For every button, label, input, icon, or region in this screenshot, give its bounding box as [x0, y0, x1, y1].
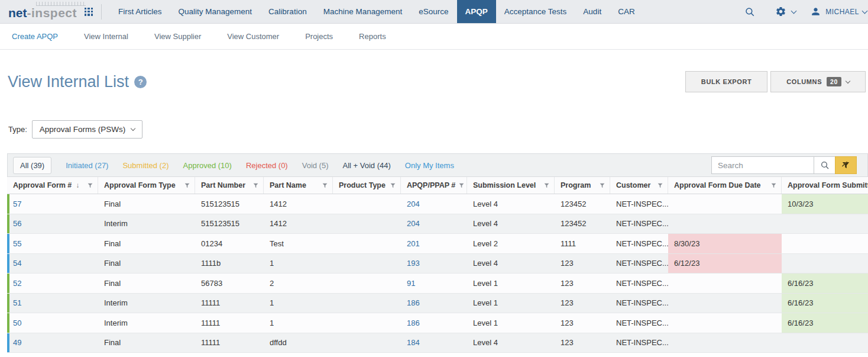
- subnav-item-reports[interactable]: Reports: [359, 32, 386, 41]
- nav-item-first-articles[interactable]: First Articles: [110, 0, 170, 23]
- sort-descending-icon: ↓: [76, 181, 79, 189]
- status-tabs: All (39)Initiated (27)Submitted (2)Appro…: [8, 157, 454, 174]
- column-filter-icon: [459, 183, 464, 188]
- subnav-item-view-customer[interactable]: View Customer: [227, 32, 279, 41]
- status-tab-submitted-2[interactable]: Submitted (2): [122, 161, 169, 170]
- table-row[interactable]: 51Interim111111186Level 1123NET-INSPEC..…: [7, 294, 868, 314]
- column-header-approval-form-due-date[interactable]: Approval Form Due Date: [668, 177, 782, 194]
- column-filter-icon[interactable]: [596, 183, 605, 188]
- status-tab-void-5[interactable]: Void (5): [302, 161, 329, 170]
- column-header-approval-form-type[interactable]: Approval Form Type: [98, 177, 195, 194]
- subnav-item-view-internal[interactable]: View Internal: [84, 32, 128, 41]
- cell-approval-form[interactable]: 49: [7, 333, 98, 353]
- column-header-customer[interactable]: Customer: [610, 177, 668, 194]
- cell-apqp-ppap[interactable]: 184: [401, 333, 467, 353]
- bulk-export-button[interactable]: BULK EXPORT: [685, 71, 767, 92]
- column-filter-icon[interactable]: [84, 183, 93, 188]
- subnav-item-view-supplier[interactable]: View Supplier: [154, 32, 201, 41]
- subnav-item-create-apqp[interactable]: Create APQP: [12, 32, 58, 41]
- nav-item-esource[interactable]: eSource: [410, 0, 456, 23]
- table-row[interactable]: 50Interim111111186Level 1123NET-INSPEC..…: [7, 313, 868, 333]
- column-filter-icon[interactable]: [181, 183, 190, 188]
- table-row[interactable]: 56Interim5151235151412204Level 4123452NE…: [7, 214, 868, 234]
- column-filter-icon[interactable]: [387, 183, 396, 188]
- subnav-item-projects[interactable]: Projects: [305, 32, 333, 41]
- column-header-part-number[interactable]: Part Number: [195, 177, 264, 194]
- column-filter-icon[interactable]: [319, 183, 328, 188]
- cell-approval-form-type: Interim: [98, 294, 195, 313]
- gear-icon[interactable]: [775, 6, 786, 17]
- approval-forms-table: All (39)Initiated (27)Submitted (2)Appro…: [7, 153, 868, 353]
- nav-item-quality-management[interactable]: Quality Management: [170, 0, 261, 23]
- cell-submission-level: Level 2: [467, 234, 555, 253]
- cell-apqp-ppap[interactable]: 186: [401, 313, 467, 333]
- cell-part-number: 515123515: [195, 194, 264, 214]
- columns-button[interactable]: COLUMNS 20: [770, 71, 866, 92]
- cell-approval-form-due-date: [668, 194, 782, 214]
- column-header-product-type[interactable]: Product Type: [333, 177, 401, 194]
- search-input[interactable]: [711, 156, 814, 174]
- table-row[interactable]: 54Final1111b1193Level 4123NET-INSPEC...6…: [7, 254, 868, 274]
- nav-item-audit[interactable]: Audit: [575, 0, 610, 23]
- user-chevron-down-icon[interactable]: [862, 8, 868, 14]
- column-filter-icon: [184, 183, 190, 188]
- table-row[interactable]: 49Final11111dffdd184Level 4123NET-INSPEC…: [7, 333, 868, 353]
- column-header-part-name[interactable]: Part Name: [264, 177, 333, 194]
- status-tab-approved-10[interactable]: Approved (10): [183, 161, 232, 170]
- status-tab-all-39[interactable]: All (39): [13, 157, 51, 174]
- cell-apqp-ppap[interactable]: 204: [401, 214, 467, 234]
- type-select[interactable]: Approval Forms (PSWs): [32, 120, 142, 139]
- status-tab-initiated-27[interactable]: Initiated (27): [66, 161, 108, 170]
- cell-apqp-ppap[interactable]: 193: [401, 254, 467, 274]
- cell-part-name: 1: [264, 294, 333, 313]
- column-filter-icon[interactable]: [250, 183, 258, 188]
- user-name[interactable]: MICHAEL: [825, 8, 859, 16]
- search-icon[interactable]: [744, 7, 755, 17]
- nav-item-calibration[interactable]: Calibration: [260, 0, 315, 23]
- cell-approval-form[interactable]: 57: [7, 194, 98, 214]
- search-button[interactable]: [814, 156, 835, 174]
- nav-item-acceptance-tests[interactable]: Acceptance Tests: [496, 0, 575, 23]
- cell-approval-form[interactable]: 52: [7, 274, 98, 293]
- column-filter-icon[interactable]: [455, 183, 464, 188]
- help-icon[interactable]: ?: [134, 76, 147, 88]
- cell-apqp-ppap[interactable]: 186: [401, 294, 467, 313]
- apps-grid-icon[interactable]: [85, 8, 93, 16]
- settings-chevron-down-icon[interactable]: [791, 8, 797, 14]
- clear-filter-button[interactable]: [835, 156, 857, 174]
- nav-item-machine-management[interactable]: Machine Management: [315, 0, 411, 23]
- status-tab-rejected-0[interactable]: Rejected (0): [246, 161, 288, 170]
- status-tab-all-void-44[interactable]: All + Void (44): [343, 161, 391, 170]
- column-filter-icon[interactable]: [767, 183, 776, 188]
- cell-apqp-ppap[interactable]: 91: [401, 274, 467, 293]
- column-header-approval-form-submitted[interactable]: Approval Form Submitted: [782, 177, 868, 194]
- nav-item-car[interactable]: CAR: [610, 0, 643, 23]
- cell-approval-form[interactable]: 54: [7, 254, 98, 274]
- column-header-approval-form[interactable]: Approval Form #↓: [7, 177, 98, 194]
- user-avatar-icon[interactable]: [810, 6, 821, 17]
- cell-customer: NET-INSPEC...: [610, 194, 668, 214]
- table-row[interactable]: 57Final5151235151412204Level 4123452NET-…: [7, 194, 868, 214]
- column-header-apqp-ppap[interactable]: APQP/PPAP #: [401, 177, 467, 194]
- cell-approval-form[interactable]: 55: [7, 234, 98, 253]
- column-header-submission-level[interactable]: Submission Level: [467, 177, 555, 194]
- table-row[interactable]: 52Final56783291Level 1123NET-INSPEC...6/…: [7, 274, 868, 294]
- cell-apqp-ppap[interactable]: 201: [401, 234, 467, 253]
- app-logo[interactable]: net -inspect: [8, 0, 77, 23]
- type-label: Type:: [8, 125, 27, 134]
- cell-approval-form-due-date: [668, 274, 782, 293]
- table-row[interactable]: 55Final01234Test201Level 21111NET-INSPEC…: [7, 234, 868, 254]
- cell-apqp-ppap[interactable]: 204: [401, 194, 467, 214]
- cell-approval-form[interactable]: 50: [7, 313, 98, 333]
- column-filter-icon[interactable]: [654, 183, 663, 188]
- status-tab-only-my-items[interactable]: Only My Items: [405, 161, 454, 170]
- row-status-strip: [7, 234, 9, 253]
- cell-product-type: [333, 194, 401, 214]
- cell-approval-form-submitted: [782, 254, 868, 274]
- column-header-program[interactable]: Program: [555, 177, 610, 194]
- nav-item-apqp[interactable]: APQP: [457, 0, 496, 23]
- cell-approval-form[interactable]: 56: [7, 214, 98, 234]
- column-filter-icon: [771, 183, 776, 188]
- column-filter-icon[interactable]: [540, 183, 549, 188]
- cell-approval-form[interactable]: 51: [7, 294, 98, 313]
